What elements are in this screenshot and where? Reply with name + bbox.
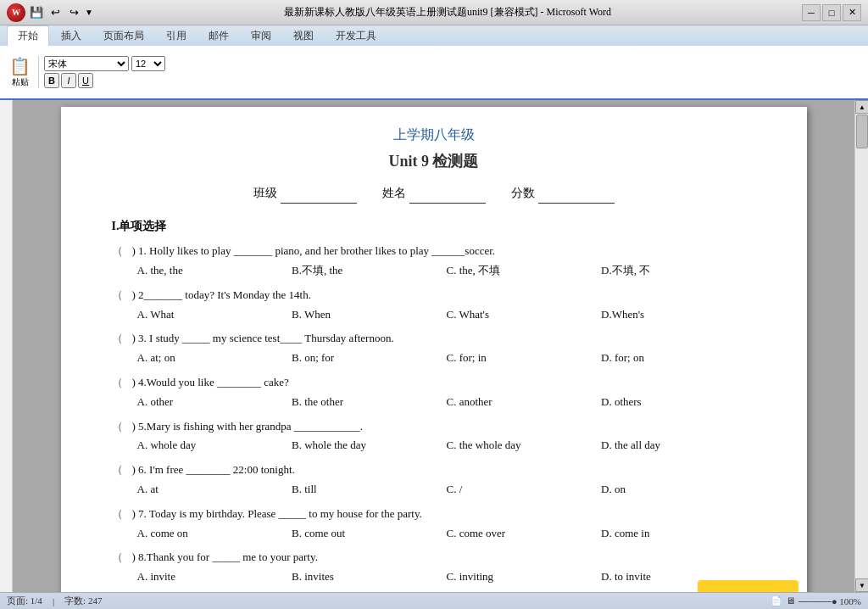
tab-start[interactable]: 开始 bbox=[7, 25, 49, 46]
question-1: （ ) 1. Holly likes to play _______ piano… bbox=[112, 243, 756, 280]
quick-access-dropdown[interactable]: ▼ bbox=[85, 8, 93, 17]
question-4: （ ) 4.Would you like ________ cake? A. o… bbox=[112, 374, 756, 411]
name-line bbox=[409, 183, 486, 203]
question-8: （ ) 8.Thank you for _____ me to your par… bbox=[112, 549, 756, 586]
page-title-en: Unit 9 检测题 bbox=[112, 149, 756, 174]
question-3: （ ) 3. I study _____ my science test____… bbox=[112, 330, 756, 367]
tab-view[interactable]: 视图 bbox=[283, 26, 324, 46]
name-field: 姓名 bbox=[382, 183, 486, 203]
class-field: 班级 bbox=[253, 183, 357, 203]
section1-title: I.单项选择 bbox=[112, 217, 756, 236]
student-info: 班级 姓名 分数 bbox=[112, 183, 756, 203]
q7-options: A. come on B. come out C. come over D. c… bbox=[137, 525, 756, 543]
quick-access-redo[interactable]: ↪ bbox=[66, 5, 81, 20]
status-bar: 页面: 1/4 | 字数: 247 📄 🖥 ─────● 100% bbox=[0, 592, 868, 609]
left-ruler bbox=[0, 100, 13, 592]
question-5: （ ) 5.Mary is fishing with her grandpa _… bbox=[112, 418, 756, 455]
question-2: （ ) 2_______ today? It's Monday the 14th… bbox=[112, 287, 756, 324]
tab-insert[interactable]: 插入 bbox=[51, 26, 92, 46]
document-area: 上学期八年级 Unit 9 检测题 班级 姓名 分数 bbox=[13, 100, 854, 592]
restore-button[interactable]: □ bbox=[822, 4, 841, 21]
word-count: 字数: 247 bbox=[64, 595, 102, 607]
class-line bbox=[281, 183, 357, 203]
name-label: 姓名 bbox=[382, 184, 406, 203]
scroll-track[interactable] bbox=[855, 114, 868, 578]
ribbon-tabs: 开始 插入 页面布局 引用 邮件 审阅 视图 开发工具 bbox=[0, 25, 868, 46]
q5-options: A. whole day B. whole the day C. the who… bbox=[137, 437, 756, 455]
tab-layout[interactable]: 页面布局 bbox=[93, 26, 154, 46]
tab-review[interactable]: 审阅 bbox=[241, 26, 281, 46]
score-field: 分数 bbox=[511, 183, 615, 203]
font-size-select[interactable]: 12 bbox=[131, 56, 165, 71]
q1-line: （ ) 1. Holly likes to play _______ piano… bbox=[112, 243, 756, 260]
window-title: 最新新课标人教版八年级英语上册测试题unit9 [兼容模式] - Microso… bbox=[93, 5, 802, 20]
scroll-up-button[interactable]: ▲ bbox=[855, 100, 868, 114]
q6-options: A. at B. till C. / D. on bbox=[137, 481, 756, 499]
question-7: （ ) 7. Today is my birthday. Please ____… bbox=[112, 506, 756, 543]
watermark-cn: 课件站 bbox=[709, 587, 787, 592]
title-bar-left: W 💾 ↩ ↪ ▼ bbox=[7, 3, 93, 22]
q8-options: A. invite B. invites C. inviting D. to i… bbox=[137, 568, 756, 586]
ribbon-paste[interactable]: 📋 粘贴 bbox=[7, 56, 39, 88]
scrollbar: ▲ ▼ bbox=[854, 100, 868, 592]
class-label: 班级 bbox=[253, 184, 277, 203]
italic-button[interactable]: I bbox=[61, 73, 76, 88]
scroll-thumb[interactable] bbox=[856, 115, 868, 148]
fullscreen-view-btn[interactable]: 🖥 bbox=[786, 595, 795, 606]
zoom-slider[interactable]: ─────● 100% bbox=[798, 595, 861, 606]
q3-options: A. at; on B. on; for C. for; in D. for; … bbox=[137, 349, 756, 367]
ribbon-font-controls: 宋体 12 B I U bbox=[44, 56, 165, 88]
question-6: （ ) 6. I'm free ________ 22:00 tonight. … bbox=[112, 461, 756, 499]
tab-ref[interactable]: 引用 bbox=[156, 26, 197, 46]
q4-options: A. other B. the other C. another D. othe… bbox=[137, 394, 756, 411]
score-line bbox=[538, 183, 615, 203]
tab-mail[interactable]: 邮件 bbox=[198, 26, 239, 46]
scroll-down-button[interactable]: ▼ bbox=[855, 578, 868, 592]
font-family-select[interactable]: 宋体 bbox=[44, 56, 129, 71]
quick-access-save[interactable]: 💾 bbox=[29, 5, 44, 20]
window-controls: ─ □ ✕ bbox=[802, 4, 861, 21]
title-bar: W 💾 ↩ ↪ ▼ 最新新课标人教版八年级英语上册测试题unit9 [兼容模式]… bbox=[0, 0, 868, 25]
underline-button[interactable]: U bbox=[78, 73, 93, 88]
ribbon-content: 📋 粘贴 宋体 12 B I U bbox=[0, 46, 868, 100]
q1-options: A. the, the B.不填, the C. the, 不填 D.不填, 不 bbox=[137, 262, 756, 280]
bold-button[interactable]: B bbox=[44, 73, 59, 88]
status-separator: | bbox=[53, 596, 54, 606]
watermark: 课件站 www.kjzhan.com bbox=[698, 580, 798, 592]
page-title-cn: 上学期八年级 bbox=[112, 124, 756, 146]
status-view-icons: 📄 🖥 ─────● 100% bbox=[771, 595, 861, 606]
score-label: 分数 bbox=[511, 184, 535, 203]
tab-dev[interactable]: 开发工具 bbox=[326, 26, 387, 46]
quick-access-undo[interactable]: ↩ bbox=[47, 5, 63, 20]
page-info: 页面: 1/4 bbox=[7, 595, 42, 607]
minimize-button[interactable]: ─ bbox=[802, 4, 821, 21]
main-area: 上学期八年级 Unit 9 检测题 班级 姓名 分数 bbox=[0, 100, 868, 592]
q2-options: A. What B. When C. What's D.When's bbox=[137, 306, 756, 324]
app-icon: W bbox=[7, 3, 25, 22]
print-view-btn[interactable]: 📄 bbox=[771, 595, 782, 606]
close-button[interactable]: ✕ bbox=[843, 4, 861, 21]
document-page: 上学期八年级 Unit 9 检测题 班级 姓名 分数 bbox=[61, 107, 807, 592]
